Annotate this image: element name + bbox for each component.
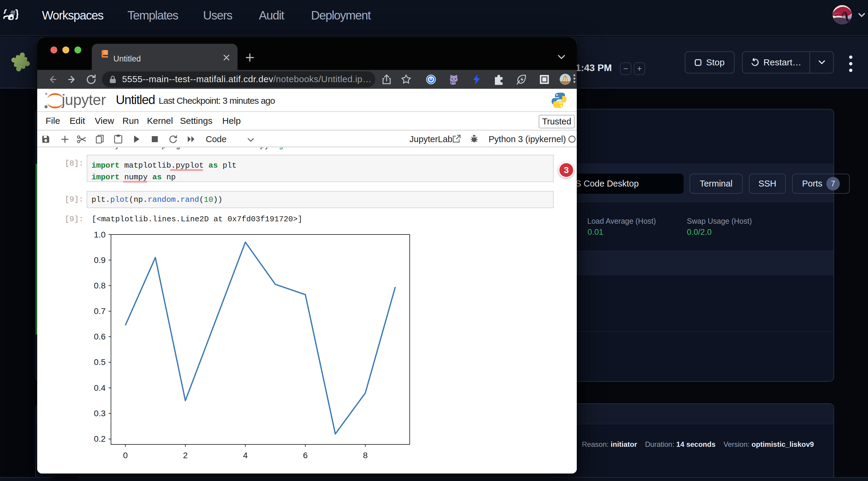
- svg-text:0.5: 0.5: [94, 357, 105, 367]
- svg-text:6: 6: [303, 451, 308, 460]
- svg-text:0.8: 0.8: [94, 281, 105, 290]
- svg-text:1.0: 1.0: [94, 230, 105, 239]
- svg-text:0.6: 0.6: [94, 332, 105, 341]
- svg-text:0.3: 0.3: [94, 409, 105, 418]
- svg-text:2: 2: [183, 451, 188, 460]
- svg-text:0.7: 0.7: [94, 307, 105, 316]
- svg-text:0: 0: [123, 451, 128, 460]
- svg-text:0.9: 0.9: [94, 256, 105, 265]
- svg-text:0.2: 0.2: [94, 434, 105, 444]
- svg-text:4: 4: [243, 451, 248, 460]
- svg-text:8: 8: [363, 451, 368, 460]
- svg-text:0.4: 0.4: [94, 383, 105, 392]
